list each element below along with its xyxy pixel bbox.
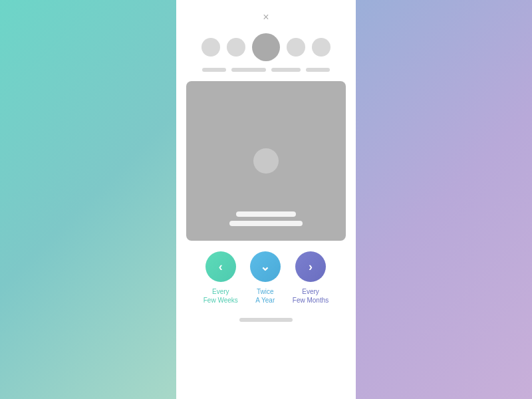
dots-row (195, 33, 337, 61)
every-few-months-button[interactable]: › (295, 251, 326, 282)
bg-left (0, 0, 176, 399)
card-avatar (253, 148, 279, 174)
chevron-right-icon: › (309, 260, 313, 274)
card-text-lines (229, 211, 303, 226)
card-image (186, 81, 346, 241)
dot-4 (287, 38, 305, 57)
close-icon: × (263, 11, 269, 23)
option-every-few-months[interactable]: › EveryFew Months (293, 251, 329, 305)
bg-right (356, 0, 532, 399)
dot-1 (201, 38, 220, 57)
every-few-weeks-button[interactable]: ‹ (205, 251, 236, 282)
card-line-2 (229, 221, 303, 226)
every-few-weeks-label: EveryFew Weeks (203, 287, 238, 305)
twice-a-year-label: TwiceA Year (255, 287, 275, 305)
bottom-section: ‹ EveryFew Weeks ⌄ TwiceA Year › (186, 241, 346, 329)
twice-a-year-button[interactable]: ⌄ (250, 251, 281, 282)
chevron-left-icon: ‹ (219, 260, 223, 274)
every-few-months-label: EveryFew Months (293, 287, 329, 305)
line-2 (231, 68, 266, 72)
dot-5 (312, 38, 331, 57)
chevron-down-icon: ⌄ (260, 259, 270, 274)
modal: × ‹ EveryFew Weeks (176, 0, 356, 399)
line-1 (202, 68, 226, 72)
line-4 (306, 68, 330, 72)
bottom-indicator (239, 318, 293, 322)
lines-row (196, 68, 336, 72)
option-every-few-weeks[interactable]: ‹ EveryFew Weeks (203, 251, 238, 305)
option-twice-a-year[interactable]: ⌄ TwiceA Year (250, 251, 281, 305)
close-button[interactable]: × (258, 9, 274, 25)
dot-active (252, 33, 280, 61)
options-row: ‹ EveryFew Weeks ⌄ TwiceA Year › (186, 251, 346, 305)
dot-2 (227, 38, 245, 57)
card-line-1 (236, 211, 296, 217)
line-3 (271, 68, 301, 72)
